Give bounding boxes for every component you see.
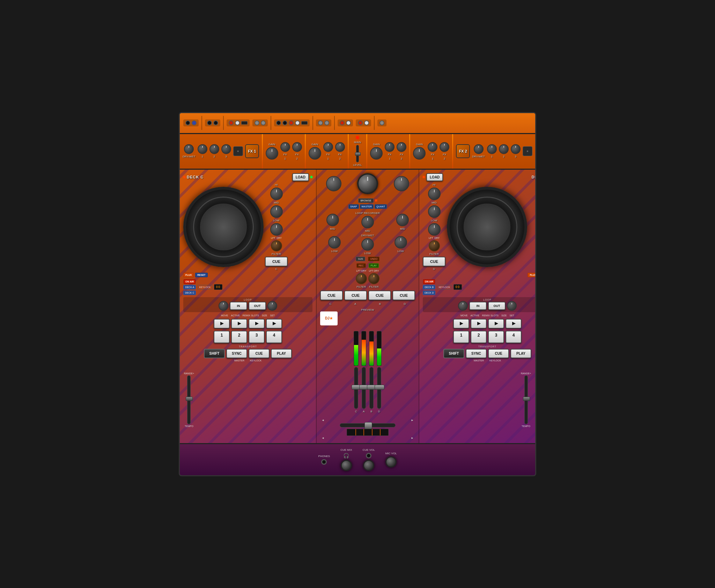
deck-d-num-2[interactable]: 2 [471, 331, 487, 343]
fx-chb-gain-knob[interactable] [309, 147, 321, 160]
loop-undo-button[interactable]: UNDO [368, 257, 379, 261]
deck-d-loop-out-button[interactable]: OUT [488, 302, 506, 310]
deck-c-cue-button[interactable]: CUE [265, 257, 288, 266]
fx1-mode-button[interactable]: ≡ [233, 146, 243, 156]
deck-c-sync-button[interactable]: SYNC [226, 349, 247, 358]
quant-button[interactable]: QUANT [375, 204, 387, 209]
deck-c-filter-knob[interactable] [271, 240, 282, 251]
filter-left-knob[interactable] [356, 273, 367, 284]
deck-c-play-button[interactable]: PLAY [271, 349, 292, 358]
deck-c-loop-in-button[interactable]: IN [230, 302, 247, 310]
center-big-knob[interactable] [357, 173, 378, 194]
cue-mix-knob[interactable] [341, 460, 352, 471]
deck-d-loop-knob-left[interactable] [458, 301, 468, 311]
rec-button[interactable]: REC [356, 263, 366, 268]
deck-c-play-slot-4[interactable]: ▶ [266, 319, 282, 329]
deck-d-shift-button[interactable]: SHIFT [443, 349, 464, 358]
deck-c-play-slot-2[interactable]: ▶ [231, 319, 247, 329]
deck-d-low-knob[interactable] [428, 223, 441, 236]
fx-chb-fx2-knob[interactable] [335, 142, 345, 152]
deck-c-play-slot-3[interactable]: ▶ [249, 319, 265, 329]
deck-d-hi-knob[interactable] [428, 188, 441, 200]
cue-c-button[interactable]: CUE [320, 291, 343, 300]
phones-jack[interactable] [321, 459, 327, 465]
center-mid-knob-left[interactable] [326, 214, 339, 226]
fx-chc-gain-knob[interactable] [370, 147, 383, 160]
deck-c-num-1[interactable]: 1 [214, 331, 230, 343]
center-low-knob-right[interactable] [395, 236, 407, 249]
fx1-knob-1[interactable] [198, 144, 207, 154]
cue-b-button[interactable]: CUE [368, 291, 391, 300]
fx1-drywet-knob[interactable] [184, 144, 194, 154]
deck-d-mid-knob[interactable] [428, 205, 441, 218]
fx-chc-fx1-knob[interactable] [385, 142, 395, 152]
deck-c-loop-out-button[interactable]: OUT [249, 302, 266, 310]
deck-c-load-button[interactable]: LOAD [292, 173, 309, 181]
deck-d-load-button[interactable]: LOAD [426, 173, 443, 181]
deck-d-loop-in-button[interactable]: IN [469, 302, 487, 310]
loop-size-button[interactable]: SIZE [356, 257, 366, 261]
deck-d-play-slot-4[interactable]: ▶ [506, 319, 522, 329]
center-mid-knob-right[interactable] [396, 214, 409, 226]
on-switch[interactable] [379, 120, 384, 125]
fx2-mode-button[interactable]: ≡ [523, 146, 532, 156]
deck-d-loop-knob-right[interactable] [507, 301, 517, 311]
center-low-knob-left[interactable] [328, 236, 341, 249]
fx2-drywet-knob[interactable] [474, 144, 484, 154]
deck-c-mid-knob[interactable] [270, 205, 283, 218]
center-drywet-knob[interactable] [361, 238, 374, 251]
deck-d-filter-knob[interactable] [429, 240, 440, 251]
deck-c-reset-button[interactable]: RESET [195, 273, 207, 277]
deck-c-tempo-track[interactable] [187, 375, 191, 424]
cue-vol-jack[interactable] [366, 453, 371, 458]
crossfader-handle[interactable] [364, 422, 372, 429]
deck-c-flux-button[interactable]: FLUX [183, 273, 194, 277]
deck-d-num-3[interactable]: 3 [488, 331, 504, 343]
cue-a-button[interactable]: CUE [344, 291, 367, 300]
fx1-knob-2[interactable] [209, 144, 219, 154]
deck-c-play-slot-1[interactable]: ▶ [214, 319, 230, 329]
deck-c-hi-knob[interactable] [270, 188, 283, 200]
center-knob-1[interactable] [326, 176, 341, 191]
fx-chd-fx2-knob[interactable] [440, 142, 449, 152]
fx2-knob-3[interactable] [511, 144, 521, 154]
deck-d-on-air[interactable]: ON AIR [423, 279, 435, 284]
deck-c-low-knob[interactable] [270, 223, 283, 236]
deck-d-play-slot-3[interactable]: ▶ [488, 319, 504, 329]
fx-chd-fx1-knob[interactable] [428, 142, 437, 152]
deck-c-num-4[interactable]: 4 [266, 331, 282, 343]
deck-c-jog-wheel[interactable] [183, 187, 264, 267]
ch-d-fader-handle[interactable] [375, 385, 384, 390]
deck-c-loop-knob-right[interactable] [267, 301, 277, 311]
fx1-knob-3[interactable] [221, 144, 231, 154]
deck-d-cue-transport-button[interactable]: CUE [488, 349, 509, 358]
deck-c-on-air[interactable]: ON AIR [184, 279, 196, 284]
fx-chc-fx2-knob[interactable] [397, 142, 406, 152]
cue-vol-knob[interactable] [363, 460, 374, 471]
snap-button[interactable]: SNAP [348, 204, 359, 209]
browse-button[interactable]: BROWSE [358, 198, 373, 203]
deck-c-loop-knob-left[interactable] [219, 301, 228, 311]
fx-chd-gain-knob[interactable] [413, 147, 426, 160]
cue-d-button[interactable]: CUE [392, 291, 415, 300]
deck-d-flux-button[interactable]: FLUX [528, 273, 536, 277]
deck-d-play-slot-2[interactable]: ▶ [471, 319, 487, 329]
deck-c-num-3[interactable]: 3 [249, 331, 265, 343]
fx-cha-fx2-knob[interactable] [292, 142, 302, 152]
main-fader[interactable] [356, 145, 359, 162]
fx-chb-fx1-knob[interactable] [323, 142, 333, 152]
deck-d-sync-button[interactable]: SYNC [466, 349, 487, 358]
center-knob-2[interactable] [394, 176, 409, 191]
deck-d-tempo-track[interactable] [524, 375, 528, 424]
deck-d-play-slot-1[interactable]: ▶ [453, 319, 469, 329]
master-button[interactable]: MASTER [360, 204, 374, 209]
deck-d-play-button[interactable]: PLAY [510, 349, 531, 358]
deck-c-cue-transport-button[interactable]: CUE [249, 349, 270, 358]
deck-d-cue-button[interactable]: CUE [423, 257, 445, 266]
deck-d-jog-wheel[interactable] [447, 187, 527, 267]
center-mid-knob-center[interactable] [361, 216, 374, 228]
deck-c-shift-button[interactable]: SHIFT [204, 349, 225, 358]
fx2-knob-1[interactable] [487, 144, 497, 154]
fx-cha-gain-knob[interactable] [266, 147, 278, 160]
deck-c-num-2[interactable]: 2 [231, 331, 247, 343]
